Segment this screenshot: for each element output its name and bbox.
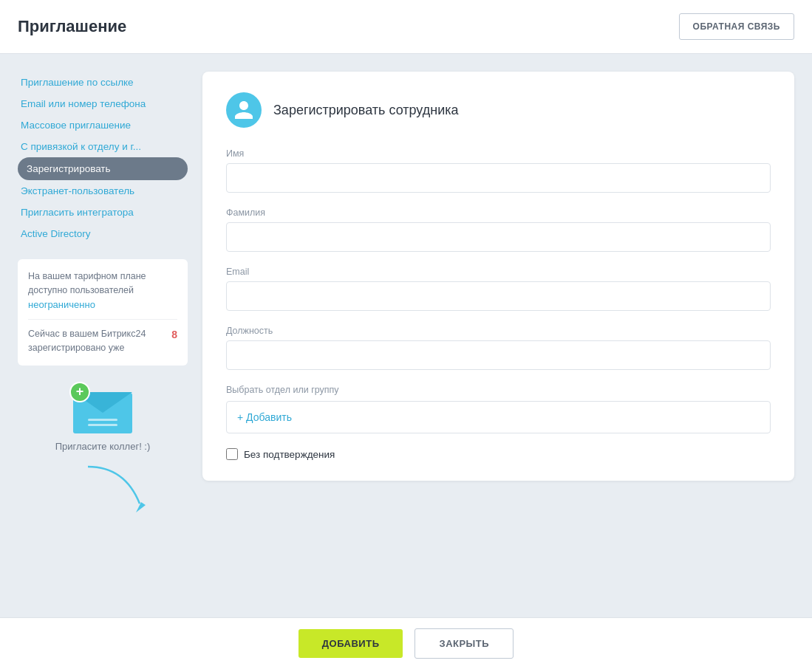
close-button[interactable]: ЗАКРЫТЬ: [414, 628, 514, 659]
dept-label: Выбрать отдел или группу: [226, 385, 771, 395]
dept-group: Выбрать отдел или группу + Добавить: [226, 385, 771, 433]
envelope-lines: [88, 419, 117, 426]
envelope-illustration: +: [69, 382, 136, 433]
sidebar-item-mass-invite[interactable]: Массовое приглашение: [18, 114, 188, 136]
info-box: На вашем тарифном плане доступно пользов…: [18, 259, 188, 366]
page-title: Приглашение: [18, 17, 126, 36]
sidebar-item-link-invite[interactable]: Приглашение по ссылке: [18, 72, 188, 93]
add-dept-label: + Добавить: [237, 411, 292, 423]
invite-text: Пригласите коллег! :): [55, 441, 151, 452]
checkbox-row: Без подтверждения: [226, 448, 771, 460]
label-position: Должность: [226, 326, 771, 336]
add-dept-button[interactable]: + Добавить: [226, 401, 771, 433]
registered-count: 8: [171, 327, 177, 343]
main-layout: Приглашение по ссылкеEmail или номер тел…: [0, 54, 812, 628]
sidebar-item-extranet[interactable]: Экстранет-пользователь: [18, 180, 188, 202]
form-fields: ИмяФамилияEmailДолжность: [226, 148, 771, 370]
curved-arrow-icon: [81, 459, 169, 518]
sidebar-item-active-directory[interactable]: Active Directory: [18, 223, 188, 244]
illustration-area: + Пригласите коллег! :): [18, 374, 188, 518]
input-name[interactable]: [226, 163, 771, 193]
field-group-name: Имя: [226, 148, 771, 193]
label-name: Имя: [226, 148, 771, 159]
form-header: Зарегистрировать сотрудника: [226, 92, 771, 128]
input-email[interactable]: [226, 281, 771, 311]
sidebar-item-dept-invite[interactable]: С привязкой к отделу и г...: [18, 136, 188, 157]
sidebar-item-register[interactable]: Зарегистрировать: [18, 157, 188, 180]
input-position[interactable]: [226, 340, 771, 370]
sidebar-nav: Приглашение по ссылкеEmail или номер тел…: [18, 72, 188, 244]
checkbox-label[interactable]: Без подтверждения: [244, 449, 335, 460]
form-card: Зарегистрировать сотрудника ИмяФамилияEm…: [202, 72, 794, 481]
field-group-surname: Фамилия: [226, 207, 771, 252]
no-confirm-checkbox[interactable]: [226, 448, 238, 460]
sidebar: Приглашение по ссылкеEmail или номер тел…: [18, 72, 188, 611]
envelope-line: [88, 424, 117, 426]
input-surname[interactable]: [226, 222, 771, 252]
registered-text: Сейчас в вашем Битрикс24 зарегистрирован…: [28, 327, 167, 355]
field-group-position: Должность: [226, 326, 771, 370]
footer: ДОБАВИТЬ ЗАКРЫТЬ: [0, 617, 812, 669]
envelope-badge: +: [69, 382, 90, 402]
registered-info: Сейчас в вашем Битрикс24 зарегистрирован…: [28, 319, 177, 355]
plan-description: На вашем тарифном плане доступно пользов…: [28, 271, 146, 295]
svg-marker-0: [136, 502, 146, 512]
label-email: Email: [226, 267, 771, 277]
envelope-line: [88, 419, 117, 421]
sidebar-item-email-invite[interactable]: Email или номер телефона: [18, 93, 188, 114]
field-group-email: Email: [226, 267, 771, 311]
header: Приглашение ОБРАТНАЯ СВЯЗЬ: [0, 0, 812, 54]
form-title: Зарегистрировать сотрудника: [273, 103, 459, 118]
add-button[interactable]: ДОБАВИТЬ: [298, 629, 403, 658]
feedback-button[interactable]: ОБРАТНАЯ СВЯЗЬ: [679, 13, 794, 40]
plan-value: неограниченно: [28, 299, 95, 310]
label-surname: Фамилия: [226, 207, 771, 218]
plan-text: На вашем тарифном плане доступно пользов…: [28, 270, 177, 312]
user-avatar: [226, 92, 262, 128]
user-icon: [233, 99, 255, 121]
content-area: Зарегистрировать сотрудника ИмяФамилияEm…: [202, 72, 794, 611]
sidebar-item-integrator[interactable]: Пригласить интегратора: [18, 202, 188, 223]
